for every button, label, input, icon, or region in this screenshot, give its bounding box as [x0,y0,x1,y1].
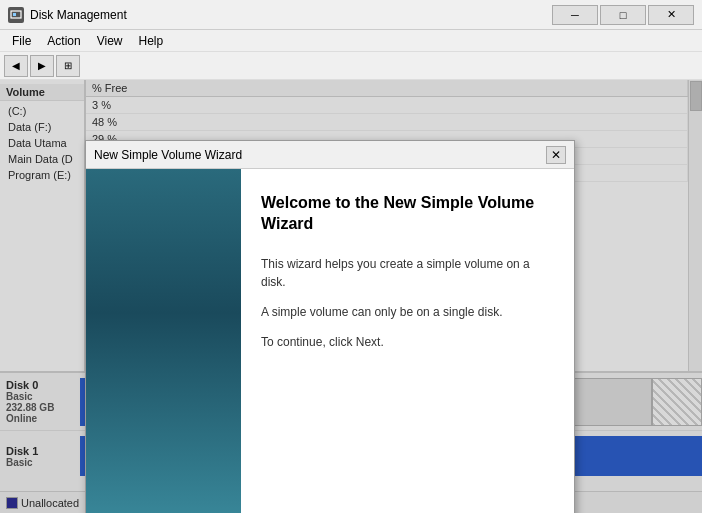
menu-view[interactable]: View [89,32,131,50]
app-icon [8,7,24,23]
svg-rect-1 [13,13,16,16]
dialog-close-button[interactable]: ✕ [546,146,566,164]
back-button[interactable]: ◀ [4,55,28,77]
menu-action[interactable]: Action [39,32,88,50]
menu-bar: File Action View Help [0,30,702,52]
minimize-button[interactable]: ─ [552,5,598,25]
toolbar: ◀ ▶ ⊞ [0,52,702,80]
window-close-button[interactable]: ✕ [648,5,694,25]
window-title: Disk Management [30,8,552,22]
dialog-title: New Simple Volume Wizard [94,148,546,162]
dialog-body: Welcome to the New Simple Volume Wizard … [86,169,574,513]
new-volume-wizard-dialog: New Simple Volume Wizard ✕ Welcome to th… [85,140,575,513]
dialog-paragraph-1: This wizard helps you create a simple vo… [261,255,554,291]
dialog-paragraph-3: To continue, click Next. [261,333,554,351]
window-controls: ─ □ ✕ [552,5,694,25]
menu-help[interactable]: Help [131,32,172,50]
dialog-content: Welcome to the New Simple Volume Wizard … [241,169,574,513]
menu-file[interactable]: File [4,32,39,50]
dialog-heading: Welcome to the New Simple Volume Wizard [261,193,554,235]
dialog-title-bar: New Simple Volume Wizard ✕ [86,141,574,169]
forward-button[interactable]: ▶ [30,55,54,77]
grid-button[interactable]: ⊞ [56,55,80,77]
dialog-decorative-panel [86,169,241,513]
maximize-button[interactable]: □ [600,5,646,25]
dialog-paragraph-2: A simple volume can only be on a single … [261,303,554,321]
window-title-bar: Disk Management ─ □ ✕ [0,0,702,30]
